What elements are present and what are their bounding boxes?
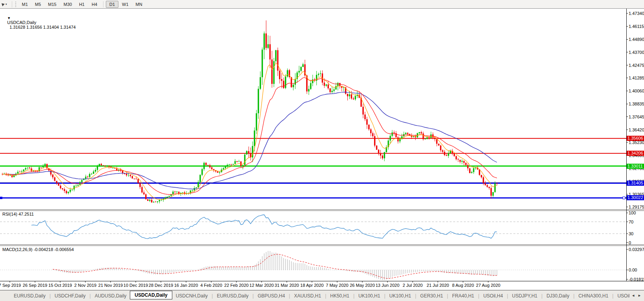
- date-axis-label: 18 Apr 2020: [300, 283, 323, 288]
- price-axis-label: 1.44890: [629, 37, 644, 42]
- chart-tab-bar: EURUSD,Daily|USDCHF,Daily|AUDUSD,DailyUS…: [0, 290, 644, 301]
- price-axis-label: 1.29175: [629, 205, 644, 209]
- chart-title-ohlc: 1.31628 1.31656 1.31404 1.31474: [9, 25, 76, 30]
- rsi-axis-label: 0: [629, 240, 631, 245]
- trendline-left-handle[interactable]: [0, 197, 2, 199]
- tab-scroll-left-icon[interactable]: ◄: [631, 294, 635, 297]
- chart-cursor-icon[interactable]: ▾: [2, 3, 7, 6]
- price-level-badge[interactable]: 1.31405: [627, 181, 644, 186]
- date-axis-label: 22 Feb 2020: [224, 283, 249, 288]
- date-axis-label: 2 Nov 2019: [74, 283, 96, 288]
- chart-title-symbol: USDCAD,Daily: [7, 20, 36, 25]
- timeframe-button-d1[interactable]: D1: [106, 1, 118, 8]
- tab-scroll-controls: ◄ ►: [629, 290, 643, 301]
- timeframe-button-m30[interactable]: M30: [60, 1, 75, 8]
- date-axis-label: 7 May 2020: [326, 283, 348, 288]
- macd-axis-label: -0.018154: [629, 277, 644, 282]
- chart-tab-china300-h1[interactable]: CHINA300,H1: [575, 293, 612, 299]
- date-axis-label: 8 Aug 2020: [452, 283, 474, 288]
- date-axis-label: 27 Aug 2020: [476, 283, 500, 288]
- chart-tab-uk100-h1[interactable]: UK100,H1: [386, 293, 415, 299]
- date-axis-label: 12 Mar 2020: [249, 283, 274, 288]
- price-level-badge[interactable]: 1.34206: [627, 151, 644, 156]
- chart-window[interactable]: ▼ USDCAD,Daily 1.31628 1.31656 1.31404 1…: [0, 9, 644, 290]
- top-toolbar: ▾ M1M5M15M30H1H4D1W1MN: [0, 0, 644, 9]
- price-axis-label: 1.38835: [629, 102, 644, 106]
- chart-tab-usdjpy-h1[interactable]: USDJPY,H1: [509, 293, 541, 299]
- timeframe-button-h4[interactable]: H4: [88, 1, 101, 8]
- macd-axis-label: 0.00: [629, 268, 637, 272]
- timeframe-button-m5[interactable]: M5: [31, 1, 44, 8]
- timeframe-button-w1[interactable]: W1: [118, 1, 132, 8]
- chart-tab-eurusd-daily[interactable]: EURUSD,Daily: [10, 293, 49, 299]
- symbol-dropdown-icon[interactable]: ▼: [7, 16, 11, 20]
- date-axis-label: 2 Jul 2020: [403, 283, 423, 288]
- dropdown-caret-icon: ▾: [6, 3, 7, 6]
- timeframe-button-mn[interactable]: MN: [132, 1, 146, 8]
- price-level-badge[interactable]: 1.33011: [627, 164, 644, 169]
- date-axis-label: 7 Sep 2019: [0, 283, 21, 288]
- date-axis-label: 26 May 2020: [350, 283, 375, 288]
- price-axis-label: 1.41285: [629, 76, 644, 80]
- date-axis-label: 28 Dec 2019: [149, 283, 173, 288]
- tab-scroll-right-icon[interactable]: ►: [638, 294, 641, 297]
- date-axis-label: 15 Oct 2019: [48, 283, 72, 288]
- price-axis-label: 1.46115: [629, 24, 644, 29]
- chart-tab-xauusd-h1[interactable]: XAUUSD,H1: [290, 293, 325, 299]
- rsi-indicator-label: RSI(14) 47.2511: [2, 212, 34, 216]
- macd-axis-label: 0.032972: [629, 247, 644, 252]
- toolbar-divider: [12, 1, 12, 7]
- rsi-axis-label: 100: [629, 211, 636, 215]
- chart-canvas[interactable]: [0, 9, 644, 290]
- trendline-right-handle[interactable]: [623, 197, 625, 199]
- chart-title: ▼ USDCAD,Daily 1.31628 1.31656 1.31404 1…: [2, 11, 76, 34]
- price-level-badge[interactable]: 1.35606: [627, 136, 644, 141]
- chart-tab-usdcad-daily[interactable]: USDCAD,Daily: [130, 291, 172, 299]
- timeframe-button-group: M1M5M15M30H1H4D1W1MN: [18, 1, 146, 8]
- chart-tab-dj30-daily[interactable]: DJ30,Daily: [543, 293, 573, 299]
- chart-tab-usdcnh-daily[interactable]: USDCNH,Daily: [172, 293, 211, 299]
- price-axis-label: 1.47340: [629, 11, 644, 16]
- date-axis-label: 16 Jan 2020: [174, 283, 198, 288]
- price-axis-label: 1.37645: [629, 114, 644, 119]
- macd-indicator-label: MACD(12,26,9) -0.004218 -0.006554: [2, 247, 74, 252]
- chart-tab-fra40-h1[interactable]: FRA40,H1: [448, 293, 478, 299]
- date-axis-label: 21 Jul 2020: [427, 283, 449, 288]
- price-axis-label: 1.43700: [629, 50, 644, 55]
- date-axis-label: 21 Nov 2019: [98, 283, 123, 288]
- rsi-axis-label: 70: [629, 220, 633, 224]
- price-axis-label: 1.36420: [629, 127, 644, 132]
- chart-tab-gbpusd-h4[interactable]: GBPUSD,H4: [254, 293, 288, 299]
- chart-tab-ger30-h1[interactable]: GER30,H1: [417, 293, 447, 299]
- chart-tab-usoil-h4[interactable]: USOil,H4: [480, 293, 506, 299]
- timeframe-button-h1[interactable]: H1: [76, 1, 88, 8]
- date-axis-label: 31 Mar 2020: [275, 283, 299, 288]
- timeframe-button-m1[interactable]: M1: [18, 1, 31, 8]
- chart-tab-audusd-daily[interactable]: AUDUSD,Daily: [91, 293, 130, 299]
- timeframe-button-m15[interactable]: M15: [44, 1, 60, 8]
- toolbar-divider: [103, 1, 103, 7]
- chart-tab-uk100-h1[interactable]: UK100,H1: [355, 293, 384, 299]
- date-axis-label: 26 Sep 2019: [23, 283, 47, 288]
- rsi-axis-label: 30: [629, 231, 633, 236]
- date-axis-label: 10 Dec 2019: [124, 283, 148, 288]
- chart-tab-hk50-h1[interactable]: HK50,H1: [327, 293, 353, 299]
- date-axis-label: 13 Jun 2020: [376, 283, 400, 288]
- date-axis-label: 4 Feb 2020: [200, 283, 222, 288]
- price-level-badge[interactable]: 1.30022: [627, 195, 644, 200]
- chart-tab-usdchf-daily[interactable]: USDCHF,Daily: [51, 293, 89, 299]
- toolbar-grip-handle[interactable]: [15, 2, 16, 7]
- chart-tab-eurusd-daily[interactable]: EURUSD,Daily: [213, 293, 252, 299]
- price-axis-label: 1.40060: [629, 89, 644, 93]
- cursor-arrow-icon: [2, 2, 5, 6]
- price-axis-label: 1.42475: [629, 63, 644, 68]
